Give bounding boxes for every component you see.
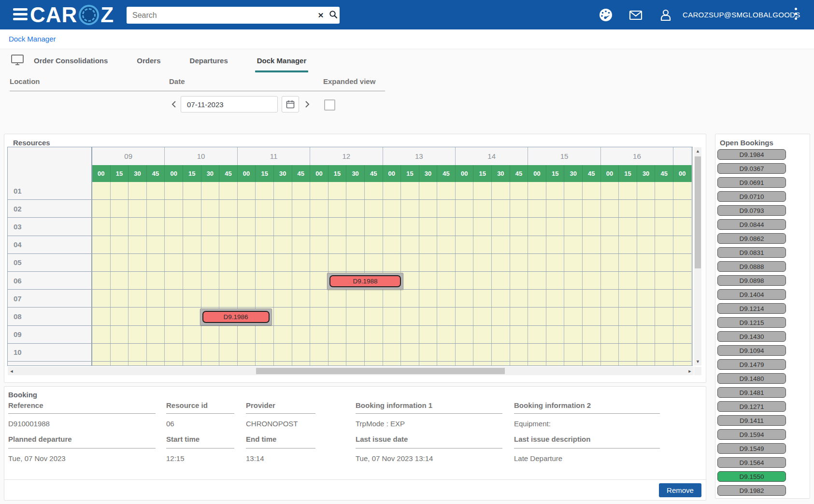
dock-slot[interactable]: [365, 290, 383, 307]
dock-slot[interactable]: [219, 200, 238, 217]
account-email[interactable]: CAROZSUP@SMGLOBALGOODS: [683, 0, 800, 29]
dock-slot[interactable]: [546, 326, 565, 343]
tab-departures[interactable]: Departures: [188, 50, 230, 71]
vertical-scrollbar-thumb[interactable]: [695, 156, 701, 268]
dock-slot[interactable]: [183, 200, 201, 217]
dock-slot[interactable]: [328, 182, 347, 199]
dock-slot[interactable]: [201, 236, 220, 253]
dock-slot[interactable]: [637, 218, 656, 235]
dock-slot[interactable]: [111, 272, 129, 289]
open-booking-D9.1404[interactable]: D9.1404: [717, 289, 786, 300]
dock-slot[interactable]: [219, 326, 238, 343]
dock-slot[interactable]: [292, 308, 311, 325]
dock-slot[interactable]: [619, 326, 637, 343]
dock-slot[interactable]: [129, 218, 147, 235]
dock-slot[interactable]: [419, 344, 438, 361]
dock-slot[interactable]: [328, 254, 347, 271]
dock-slot[interactable]: [111, 326, 129, 343]
scroll-right-icon[interactable]: ►: [686, 367, 694, 375]
dock-slot[interactable]: [328, 308, 347, 325]
dock-slot[interactable]: [601, 290, 619, 307]
dock-slot[interactable]: [92, 218, 111, 235]
dock-slot[interactable]: [637, 272, 656, 289]
clear-search-icon[interactable]: ✕: [314, 11, 327, 20]
dock-slot[interactable]: [383, 236, 401, 253]
dock-slot[interactable]: [528, 362, 546, 365]
dock-slot[interactable]: [528, 272, 546, 289]
dock-slot[interactable]: [510, 182, 528, 199]
dock-slot[interactable]: [274, 362, 292, 365]
dock-slot[interactable]: [201, 362, 220, 365]
dock-slot[interactable]: [528, 236, 546, 253]
dock-slot[interactable]: [492, 200, 510, 217]
dock-slot[interactable]: [673, 236, 692, 253]
dock-slot[interactable]: [346, 236, 365, 253]
user-icon[interactable]: [658, 7, 673, 23]
dock-slot[interactable]: [456, 236, 474, 253]
dock-slot[interactable]: [256, 326, 274, 343]
dock-slot[interactable]: [274, 200, 292, 217]
dock-slot[interactable]: [92, 308, 111, 325]
dock-slot[interactable]: [437, 290, 456, 307]
dock-slot[interactable]: [383, 290, 401, 307]
dock-slot[interactable]: [528, 344, 546, 361]
dock-slot[interactable]: [637, 290, 656, 307]
dock-slot[interactable]: [564, 182, 583, 199]
dock-slot[interactable]: [546, 254, 565, 271]
dock-slot[interactable]: [147, 200, 165, 217]
dock-slot[interactable]: [492, 236, 510, 253]
dock-slot[interactable]: [383, 218, 401, 235]
dock-slot[interactable]: [437, 308, 456, 325]
dock-slot[interactable]: [401, 272, 419, 289]
dock-slot[interactable]: [437, 344, 456, 361]
dock-slot[interactable]: [310, 182, 328, 199]
dock-slot[interactable]: [655, 344, 673, 361]
dock-slot[interactable]: [419, 362, 438, 365]
dock-slot[interactable]: [564, 236, 583, 253]
dock-slot[interactable]: [346, 362, 365, 365]
dock-slot[interactable]: [401, 362, 419, 365]
dock-slot[interactable]: [201, 290, 220, 307]
dock-slot[interactable]: [165, 326, 183, 343]
dock-slot[interactable]: [165, 290, 183, 307]
dock-slot[interactable]: [601, 200, 619, 217]
dock-slot[interactable]: [346, 218, 365, 235]
dock-slot[interactable]: [655, 254, 673, 271]
dock-slot[interactable]: [528, 200, 546, 217]
open-booking-D9.1215[interactable]: D9.1215: [717, 317, 786, 328]
dock-slot[interactable]: [655, 218, 673, 235]
dock-slot[interactable]: [310, 344, 328, 361]
dock-slot[interactable]: [111, 362, 129, 365]
dock-slot[interactable]: [546, 236, 565, 253]
dock-slot[interactable]: [583, 308, 601, 325]
dock-slot[interactable]: [111, 182, 129, 199]
dock-slot[interactable]: [437, 236, 456, 253]
dock-slot[interactable]: [419, 254, 438, 271]
dock-slot[interactable]: [456, 272, 474, 289]
dock-slot[interactable]: [256, 182, 274, 199]
dock-slot[interactable]: [183, 254, 201, 271]
dock-slot[interactable]: [510, 236, 528, 253]
open-booking-D9.1594[interactable]: D9.1594: [717, 429, 786, 440]
dock-slot[interactable]: [310, 236, 328, 253]
dock-slot[interactable]: [346, 344, 365, 361]
dock-slot[interactable]: [419, 236, 438, 253]
dock-slot[interactable]: [383, 254, 401, 271]
dock-slot[interactable]: [673, 272, 692, 289]
open-booking-D9.0793[interactable]: D9.0793: [717, 205, 786, 216]
dock-slot[interactable]: [219, 236, 238, 253]
dock-slot[interactable]: [401, 236, 419, 253]
dock-slot[interactable]: [564, 326, 583, 343]
dock-slot[interactable]: [383, 200, 401, 217]
dock-slot[interactable]: [256, 362, 274, 365]
dock-slot[interactable]: [401, 308, 419, 325]
dock-slot[interactable]: [365, 326, 383, 343]
dock-slot[interactable]: [165, 200, 183, 217]
dock-slot[interactable]: [492, 308, 510, 325]
dock-slot[interactable]: [129, 272, 147, 289]
dock-slot[interactable]: [201, 218, 220, 235]
dock-slot[interactable]: [401, 182, 419, 199]
dock-slot[interactable]: [92, 200, 111, 217]
dock-slot[interactable]: [473, 290, 492, 307]
mail-icon[interactable]: [628, 7, 643, 23]
